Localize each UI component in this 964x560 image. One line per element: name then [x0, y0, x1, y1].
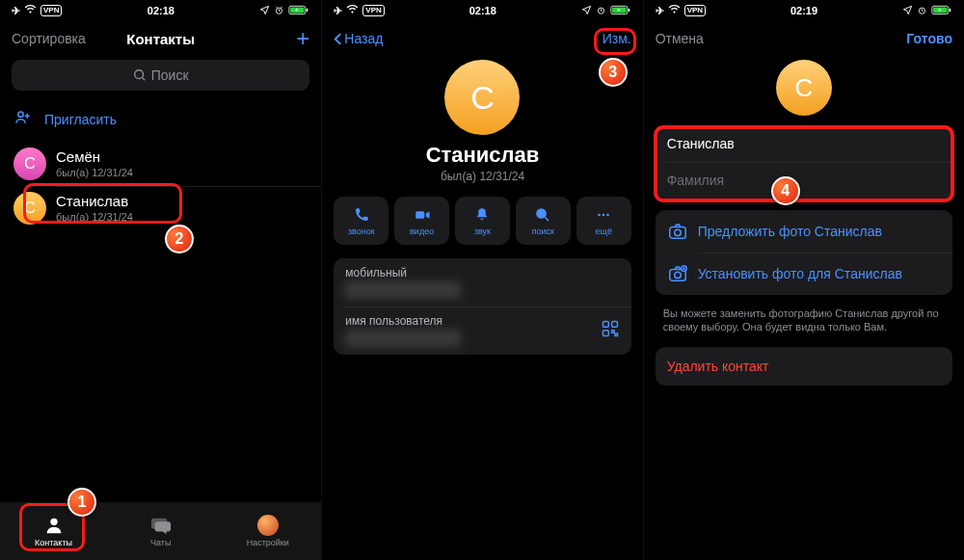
sort-button[interactable]: Сортировка [12, 31, 86, 46]
avatar: С [13, 192, 46, 225]
tab-contacts[interactable]: Контакты [15, 515, 93, 547]
edit-button[interactable]: Изм. [602, 31, 631, 46]
video-button[interactable]: видео [394, 197, 449, 245]
status-time: 02:19 [790, 5, 817, 16]
more-icon [595, 206, 612, 224]
tab-label: Настройки [247, 538, 289, 547]
tab-label: Контакты [35, 538, 72, 547]
contact-row-stanislav[interactable]: С Станислав был(а) 12/31/24 [0, 186, 321, 230]
svg-point-28 [674, 272, 680, 278]
svg-rect-2 [307, 8, 308, 11]
location-icon [902, 5, 913, 17]
avatar: С [13, 147, 46, 180]
action-label: звук [474, 227, 491, 236]
search-button[interactable]: поиск [516, 197, 571, 245]
video-icon [414, 206, 431, 224]
wifi-icon [24, 5, 37, 16]
suggest-photo-label: Предложить фото Станислав [698, 224, 882, 239]
contact-status: был(а) 12/31/24 [56, 210, 133, 224]
call-button[interactable]: звонок [334, 197, 388, 245]
svg-rect-16 [602, 322, 608, 328]
cancel-button[interactable]: Отмена [656, 31, 704, 46]
contact-name: Станислав [322, 143, 642, 168]
username-label: имя пользователя [345, 314, 619, 328]
svg-point-26 [674, 229, 680, 235]
delete-contact-button[interactable]: Удалить контакт [656, 347, 952, 386]
search-input[interactable]: Поиск [12, 60, 309, 91]
contact-status: был(а) 12/31/24 [322, 170, 642, 183]
wifi-icon [346, 5, 359, 16]
screen-contacts-list: ✈︎ VPN 02:18 Сортировка Контакты + Поиск [0, 0, 321, 560]
done-button[interactable]: Готово [906, 31, 952, 46]
contacts-icon [43, 515, 65, 536]
set-photo-button[interactable]: Установить фото для Станислав [656, 253, 952, 295]
contact-row-semyon[interactable]: С Семён был(а) 12/31/24 [0, 142, 321, 186]
set-photo-label: Установить фото для Станислав [698, 266, 902, 281]
location-icon [581, 5, 592, 17]
svg-point-14 [602, 213, 605, 216]
info-card: мобильный имя пользователя [334, 258, 630, 355]
suggest-photo-button[interactable]: Предложить фото Станислав [656, 210, 952, 253]
alarm-icon [596, 5, 606, 17]
svg-point-12 [537, 209, 546, 218]
invite-button[interactable]: Пригласить [0, 100, 321, 142]
svg-rect-20 [615, 333, 618, 336]
wifi-icon [668, 5, 681, 16]
airplane-icon: ✈︎ [656, 5, 664, 17]
mobile-row[interactable]: мобильный [334, 258, 630, 307]
vpn-badge: VPN [40, 5, 62, 16]
alarm-icon [274, 5, 284, 17]
svg-point-4 [135, 70, 144, 79]
more-button[interactable]: ещё [576, 197, 631, 245]
svg-rect-17 [611, 322, 617, 328]
screen-contact-detail: ✈︎ VPN 02:18 Назад Изм. С Станислав был(… [321, 0, 642, 560]
action-label: ещё [595, 227, 611, 236]
status-time: 02:18 [469, 5, 496, 16]
action-label: видео [410, 227, 434, 236]
search-icon [534, 206, 551, 224]
back-button[interactable]: Назад [334, 31, 383, 46]
first-name-field[interactable]: Станислав [656, 125, 952, 162]
battery-icon [931, 5, 952, 17]
battery-icon [288, 5, 309, 17]
bell-icon [473, 206, 491, 224]
svg-point-6 [50, 519, 57, 525]
settings-icon [257, 515, 279, 536]
tab-settings[interactable]: Настройки [229, 515, 307, 547]
vpn-badge: VPN [362, 5, 384, 16]
search-icon [133, 68, 147, 82]
search-placeholder: Поиск [151, 67, 189, 83]
vpn-badge: VPN [684, 5, 706, 16]
svg-rect-18 [602, 331, 608, 336]
name-form: Станислав Фамилия [656, 125, 952, 199]
mobile-label: мобильный [345, 266, 619, 280]
status-time: 02:18 [147, 5, 174, 16]
svg-rect-9 [628, 8, 629, 11]
photo-options: Предложить фото Станислав Установить фот… [656, 210, 952, 295]
mobile-value [345, 281, 461, 299]
qr-icon[interactable] [601, 319, 620, 342]
action-label: звонок [348, 227, 375, 236]
last-name-field[interactable]: Фамилия [656, 162, 952, 199]
svg-rect-25 [669, 227, 685, 238]
photo-hint: Вы можете заменить фотографию Станислав … [644, 307, 964, 347]
sound-button[interactable]: звук [455, 197, 510, 245]
username-row[interactable]: имя пользователя [334, 307, 630, 355]
nav-title: Контакты [126, 31, 195, 47]
tab-label: Чаты [150, 538, 171, 547]
camera-plus-icon [667, 263, 688, 284]
invite-icon [13, 108, 33, 130]
contact-avatar[interactable]: С [776, 60, 832, 116]
svg-point-15 [606, 213, 609, 216]
nav-bar: Сортировка Контакты + [0, 21, 321, 56]
tab-chats[interactable]: Чаты [122, 515, 200, 547]
phone-icon [353, 206, 370, 224]
nav-bar: Отмена Готово [644, 21, 964, 56]
svg-rect-19 [611, 331, 614, 333]
contact-name: Семён [56, 148, 133, 166]
contact-avatar[interactable]: С [444, 60, 520, 135]
status-bar: ✈︎ VPN 02:18 [0, 0, 321, 21]
chevron-left-icon [334, 32, 342, 46]
add-contact-button[interactable]: + [296, 25, 309, 52]
screen-edit-contact: ✈︎ VPN 02:19 Отмена Готово С Станислав Ф… [643, 0, 964, 560]
